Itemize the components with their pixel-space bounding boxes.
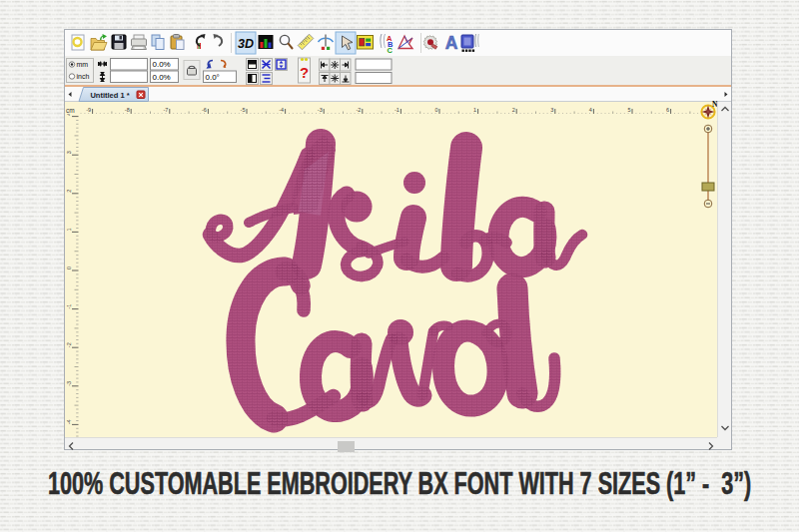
svg-text:1: 1 <box>66 228 72 231</box>
svg-text:-6: -6 <box>202 107 207 113</box>
svg-text:mm: mm <box>77 61 89 68</box>
svg-text:-1: -1 <box>395 107 400 113</box>
svg-text:-4: -4 <box>66 419 72 424</box>
svg-text:4: 4 <box>66 114 72 116</box>
svg-text:-4: -4 <box>279 107 284 113</box>
svg-text:0.0%: 0.0% <box>153 73 171 82</box>
svg-text:0: 0 <box>66 266 72 269</box>
svg-text:4: 4 <box>589 107 592 113</box>
svg-text:0.0°: 0.0° <box>206 73 220 82</box>
svg-text:Untitled 1 *: Untitled 1 * <box>90 91 129 100</box>
svg-text:0: 0 <box>434 107 437 113</box>
svg-text:2: 2 <box>512 107 515 113</box>
svg-text:-5: -5 <box>241 107 246 113</box>
svg-text:A: A <box>445 33 458 53</box>
svg-text:6: 6 <box>666 107 669 113</box>
svg-text:-3: -3 <box>66 381 72 386</box>
svg-text:cm: cm <box>66 107 75 114</box>
svg-text:-8: -8 <box>125 107 130 113</box>
svg-text:-7: -7 <box>163 107 168 113</box>
svg-text:2: 2 <box>66 190 72 193</box>
svg-text:0.0%: 0.0% <box>153 60 171 69</box>
svg-text:-2: -2 <box>356 107 361 113</box>
svg-text:3: 3 <box>66 151 72 154</box>
svg-text:-2: -2 <box>66 342 72 347</box>
svg-text:inch: inch <box>77 73 90 80</box>
svg-text:3: 3 <box>550 107 553 113</box>
svg-text:?: ? <box>300 64 309 81</box>
svg-text:-3: -3 <box>318 107 323 113</box>
svg-text:C: C <box>388 46 394 55</box>
svg-text:-1: -1 <box>66 304 72 309</box>
svg-text:-9: -9 <box>86 107 91 113</box>
svg-text:5: 5 <box>627 107 630 113</box>
svg-text:1: 1 <box>473 107 476 113</box>
svg-text:3D: 3D <box>238 37 254 51</box>
